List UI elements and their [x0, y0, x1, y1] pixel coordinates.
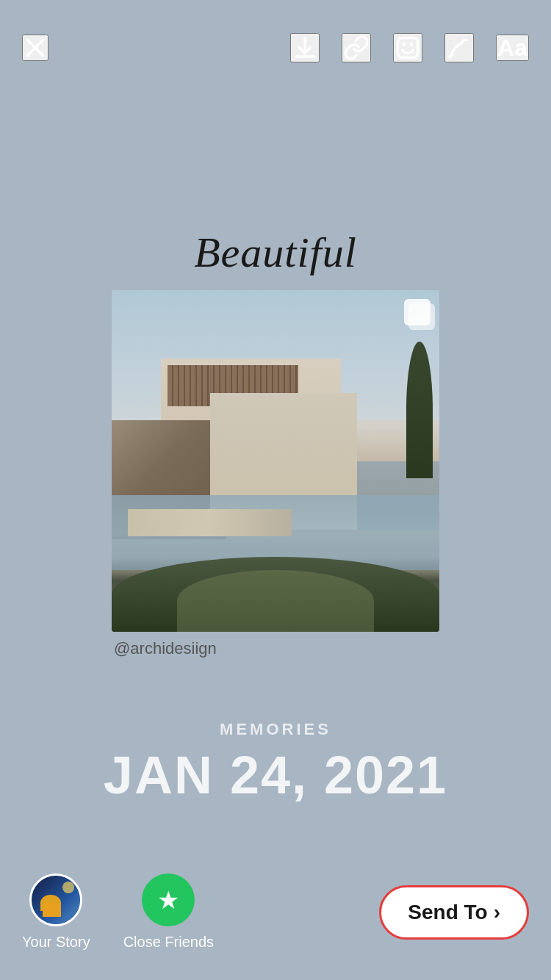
your-story-label: Your Story [22, 934, 90, 951]
draw-icon [446, 35, 472, 61]
sticker-button[interactable] [393, 33, 422, 62]
link-icon [343, 35, 370, 61]
download-button[interactable] [290, 33, 320, 62]
bottom-bar: Your Story ★ Close Friends Send To › [0, 859, 551, 980]
close-friends-label: Close Friends [123, 934, 214, 951]
arch-photo [112, 290, 439, 632]
toolbar-right: Aa [290, 33, 529, 62]
beautiful-title: Beautiful [0, 228, 551, 277]
memories-label: MEMORIES [0, 720, 551, 739]
svg-point-4 [410, 43, 414, 46]
send-to-button[interactable]: Send To › [379, 885, 529, 940]
image-card [112, 290, 439, 632]
star-icon: ★ [157, 887, 179, 912]
text-icon: Aa [497, 36, 527, 60]
close-friends-avatar: ★ [142, 873, 195, 926]
download-icon [292, 35, 318, 61]
text-button[interactable]: Aa [496, 35, 529, 61]
memories-date: JAN 24, 2021 [0, 745, 551, 805]
memories-section: MEMORIES JAN 24, 2021 [0, 720, 551, 805]
your-story-avatar [29, 873, 82, 926]
copy-icon-container[interactable] [398, 299, 431, 331]
toolbar-left [22, 35, 48, 61]
copy-icon-front [404, 299, 431, 325]
image-card-inner [112, 290, 439, 632]
send-to-label: Send To [408, 901, 487, 924]
sticker-icon [395, 35, 421, 61]
close-button[interactable] [22, 35, 48, 61]
send-to-chevron-icon: › [494, 901, 500, 924]
close-friends-option[interactable]: ★ Close Friends [123, 873, 214, 951]
your-story-option[interactable]: Your Story [22, 873, 90, 951]
close-icon [24, 36, 47, 60]
draw-button[interactable] [444, 33, 474, 62]
svg-rect-2 [398, 38, 418, 58]
svg-point-3 [403, 43, 406, 46]
attribution-text: @archidesiign [114, 639, 217, 658]
link-button[interactable] [342, 33, 371, 62]
story-options: Your Story ★ Close Friends [22, 873, 214, 951]
toolbar: Aa [0, 0, 551, 81]
